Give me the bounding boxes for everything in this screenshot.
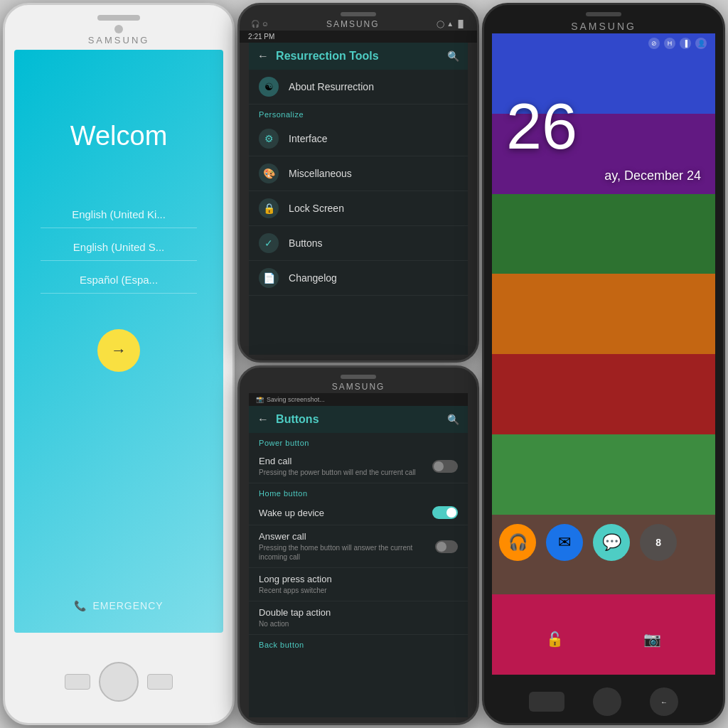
status-icons-left: 🎧 ☺ [251,20,269,28]
phone-left: SAMSUNG Welcom English (United Ki... Eng… [3,3,235,725]
screenshot-icon: 📸 [256,396,264,403]
lock-time: 26 [506,90,577,164]
bottom-bar-right: ← [484,680,723,723]
screen-center-top: ← Resurrection Tools 🔍 ☯ About Resurrect… [249,43,468,355]
camera-icon-bottom[interactable]: 📷 [638,625,667,653]
status-bar-center-top: 2:21 PM [240,31,477,43]
back-button-label: Back button [249,635,468,652]
changelog-item[interactable]: 📄 Changelog [249,261,468,296]
lock-label: Lock Screen [289,203,344,214]
wake-toggle[interactable] [432,506,458,519]
personalize-label: Personalize [249,105,468,122]
back-icon[interactable]: ← [257,50,269,63]
changelog-label: Changelog [289,272,337,284]
brand-right: SAMSUNG [571,21,636,32]
answer-call-setting[interactable]: Answer call Pressing the home button wil… [249,525,468,568]
hangouts-icon[interactable]: 💬 [593,524,630,561]
lock-icon: 🔒 [259,198,279,218]
answer-toggle[interactable] [435,540,458,553]
headphone-icon[interactable]: 🎧 [499,524,536,561]
status-battery: ▐ [680,38,691,49]
inbox-icon[interactable]: ✉ [546,524,583,561]
bottom-bar-left [5,640,232,723]
screenshot-bar: 📸 Saving screenshot... [249,393,468,406]
emergency-text[interactable]: EMERGENCY [92,600,163,611]
end-call-setting[interactable]: End call Pressing the power button will … [249,450,468,483]
interface-item[interactable]: ⚙ Interface [249,122,468,156]
phone-center-bottom: SAMSUNG 📸 Saving screenshot... ← Buttons… [237,365,479,725]
phone-right: SAMSUNG ⊘ H ▐ 👤 26 [482,3,725,725]
home-btn-right[interactable] [593,687,621,716]
status-no-icon: ⊘ [648,38,660,49]
double-tap-setting[interactable]: Double tap action No action [249,601,468,635]
double-tap-title: Double tap action [259,607,458,618]
about-label: About Resurrection [289,81,374,92]
misc-item[interactable]: 🎨 Miscellaneous [249,156,468,191]
camera-dot [114,25,123,33]
double-tap-desc: No action [259,619,458,628]
phone-icon: 📞 [74,600,87,611]
misc-icon: 🎨 [259,164,279,183]
phone-center-top: 🎧 ☺ SAMSUNG ◯ ▲ ▐▌ 2:21 PM ← Resurrectio… [237,3,479,363]
back-btn-right[interactable]: ← [650,687,678,716]
search-icon[interactable]: 🔍 [447,50,459,62]
search-icon-buttons[interactable]: 🔍 [447,414,459,425]
status-avatar: 👤 [695,38,707,49]
screen-left: Welcom English (United Ki... English (Un… [14,50,223,633]
lock-bottom-row: 🔓 📷 [492,625,715,653]
brand-left: SAMSUNG [88,35,150,46]
lock-screen-item[interactable]: 🔒 Lock Screen [249,191,468,226]
end-call-toggle[interactable] [432,460,458,473]
long-press-desc: Recent apps switcher [259,586,458,595]
lock-date: ay, December 24 [604,168,701,183]
buttons-icon: ✓ [259,233,279,253]
changelog-icon: 📄 [259,268,279,288]
power-section-label: Power button [249,433,468,450]
misc-label: Miscellaneous [289,168,352,179]
wake-device-setting[interactable]: Wake up device [249,500,468,525]
buttons-item[interactable]: ✓ Buttons [249,226,468,261]
lang-item-2[interactable]: English (United S... [41,241,197,261]
answer-title: Answer call [259,531,435,542]
welcome-text: Welcom [70,121,168,151]
status-signal: H [664,38,675,49]
about-icon: ☯ [259,77,279,97]
emergency-row: 📞 EMERGENCY [74,600,163,611]
app-icons-row: 🎧 ✉ 💬 8 [499,524,677,561]
interface-label: Interface [289,133,327,144]
end-call-title: End call [259,456,416,466]
camera-area-left [5,25,232,33]
interface-icon: ⚙ [259,129,279,149]
lang-item-3[interactable]: Español (Espa... [41,274,197,294]
about-item[interactable]: ☯ About Resurrection [249,70,468,105]
nav-menu-btn[interactable] [147,674,173,690]
nav-back-btn[interactable] [65,674,90,690]
brand-center-top: SAMSUNG [326,19,380,29]
home-btn[interactable] [99,662,139,702]
screen-right: ⊘ H ▐ 👤 26 ay, December 24 🎧 ✉ 💬 8 🔓 📷 [492,33,715,675]
home-section-label: Home button [249,483,468,500]
collage: SAMSUNG Welcom English (United Ki... Eng… [0,0,728,728]
answer-desc: Pressing the home button will answer the… [259,543,435,562]
lang-item-1[interactable]: English (United Ki... [41,208,197,228]
wake-title: Wake up device [259,508,324,518]
nav-apps-btn[interactable] [529,692,564,712]
app-title: Resurrection Tools [276,50,440,63]
end-call-desc: Pressing the power button will end the c… [259,468,416,477]
app-bar: ← Resurrection Tools 🔍 [249,43,468,70]
saving-text: Saving screenshot... [267,396,325,403]
back-icon-buttons[interactable]: ← [257,413,269,426]
badge-8: 8 [640,524,677,561]
buttons-app-bar: ← Buttons 🔍 [249,406,468,433]
long-press-title: Long press action [259,574,458,584]
long-press-setting[interactable]: Long press action Recent apps switcher [249,568,468,601]
right-status-bar: ⊘ H ▐ 👤 [492,33,715,53]
lock-icon-bottom[interactable]: 🔓 [541,625,569,653]
speaker-top-left [97,15,140,21]
buttons-label: Buttons [289,237,322,249]
brand-center-bottom: SAMSUNG [332,382,385,392]
language-list: English (United Ki... English (United S.… [14,208,223,294]
center-column: 🎧 ☺ SAMSUNG ◯ ▲ ▐▌ 2:21 PM ← Resurrectio… [237,3,479,725]
next-button[interactable]: → [97,329,140,372]
status-icons-right: ◯ ▲ ▐▌ [437,20,466,28]
